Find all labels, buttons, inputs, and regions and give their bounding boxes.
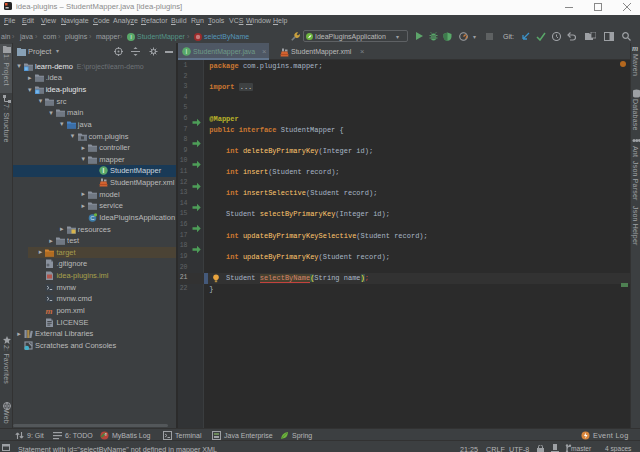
svg-text:I: I <box>186 48 188 55</box>
svg-text:I: I <box>102 167 104 174</box>
svg-text:m: m <box>632 44 638 53</box>
svg-text:m: m <box>46 306 53 315</box>
svg-text:C: C <box>91 215 96 221</box>
